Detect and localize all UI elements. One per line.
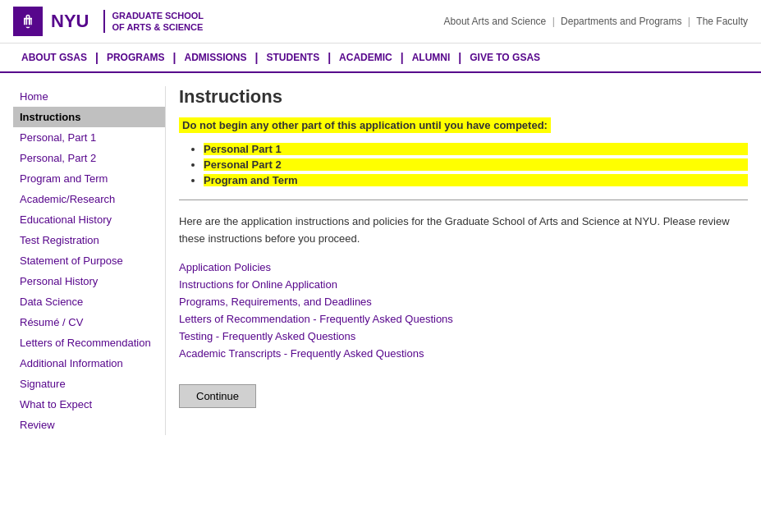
header-top-links: About Arts and Science | Departments and…: [444, 16, 748, 27]
sidebar-item-what-to-expect[interactable]: What to Expect: [13, 394, 165, 415]
description-text: Here are the application instructions an…: [179, 200, 748, 248]
header-link-about[interactable]: About Arts and Science: [444, 16, 547, 27]
main-navbar: ABOUT GSAS | PROGRAMS | ADMISSIONS | STU…: [0, 44, 761, 73]
sidebar-item-additional[interactable]: Additional Information: [13, 353, 165, 374]
link-letters-faq[interactable]: Letters of Recommendation - Frequently A…: [179, 313, 748, 325]
sidebar-item-data-science[interactable]: Data Science: [13, 291, 165, 312]
link-instructions-online[interactable]: Instructions for Online Application: [179, 278, 748, 291]
sidebar-item-personal-part2[interactable]: Personal, Part 2: [13, 148, 165, 168]
sidebar-item-statement[interactable]: Statement of Purpose: [13, 250, 165, 271]
sidebar-item-program-term[interactable]: Program and Term: [13, 168, 165, 189]
nyu-logo-icon: [13, 7, 43, 36]
header-sep-1: |: [552, 16, 557, 27]
header: NYU GRADUATE SCHOOL OF ARTS & SCIENCE Ab…: [0, 0, 761, 44]
sidebar-item-signature[interactable]: Signature: [13, 374, 165, 394]
sidebar-item-test[interactable]: Test Registration: [13, 230, 165, 250]
nav-about-gsas[interactable]: ABOUT GSAS: [13, 44, 95, 71]
header-link-faculty[interactable]: The Faculty: [696, 16, 748, 27]
sidebar-item-educational[interactable]: Educational History: [13, 209, 165, 230]
nav-students[interactable]: STUDENTS: [258, 44, 328, 71]
nav-programs[interactable]: PROGRAMS: [99, 44, 173, 71]
nyu-wordmark: NYU: [51, 11, 89, 32]
nav-alumni[interactable]: ALUMNI: [404, 44, 459, 71]
main-layout: Home Instructions Personal, Part 1 Perso…: [0, 73, 761, 448]
sidebar-item-academic[interactable]: Academic/Research: [13, 189, 165, 209]
link-programs-requirements[interactable]: Programs, Requirements, and Deadlines: [179, 296, 748, 308]
warning-list: Personal Part 1 Personal Part 2 Program …: [204, 143, 748, 186]
link-testing-faq[interactable]: Testing - Frequently Asked Questions: [179, 330, 748, 342]
warning-item-3: Program and Term: [204, 174, 748, 186]
logo-area: NYU GRADUATE SCHOOL OF ARTS & SCIENCE: [13, 7, 204, 36]
sidebar-item-review[interactable]: Review: [13, 415, 165, 435]
warning-item-2: Personal Part 2: [204, 158, 748, 171]
header-link-departments[interactable]: Departments and Programs: [561, 16, 681, 27]
sidebar-item-instructions[interactable]: Instructions: [13, 107, 165, 127]
warning-item-1: Personal Part 1: [204, 143, 748, 155]
continue-button[interactable]: Continue: [179, 384, 256, 408]
link-transcripts-faq[interactable]: Academic Transcripts - Frequently Asked …: [179, 347, 748, 360]
link-application-policies[interactable]: Application Policies: [179, 261, 748, 273]
sidebar-item-personal-part1[interactable]: Personal, Part 1: [13, 127, 165, 148]
nav-admissions[interactable]: ADMISSIONS: [176, 44, 255, 71]
sidebar: Home Instructions Personal, Part 1 Perso…: [13, 86, 165, 435]
sidebar-item-letters[interactable]: Letters of Recommendation: [13, 332, 165, 353]
sidebar-item-home[interactable]: Home: [13, 86, 165, 107]
nav-give[interactable]: GIVE TO GSAS: [461, 44, 548, 71]
resource-links: Application Policies Instructions for On…: [179, 261, 748, 360]
warning-text: Do not begin any other part of this appl…: [179, 117, 551, 133]
page-title: Instructions: [179, 86, 748, 108]
nav-academic[interactable]: ACADEMIC: [331, 44, 401, 71]
sidebar-item-personal-history[interactable]: Personal History: [13, 271, 165, 291]
school-name: GRADUATE SCHOOL OF ARTS & SCIENCE: [103, 10, 204, 34]
header-sep-2: |: [688, 16, 693, 27]
sidebar-item-resume[interactable]: Résumé / CV: [13, 312, 165, 332]
content-area: Instructions Do not begin any other part…: [165, 86, 748, 435]
